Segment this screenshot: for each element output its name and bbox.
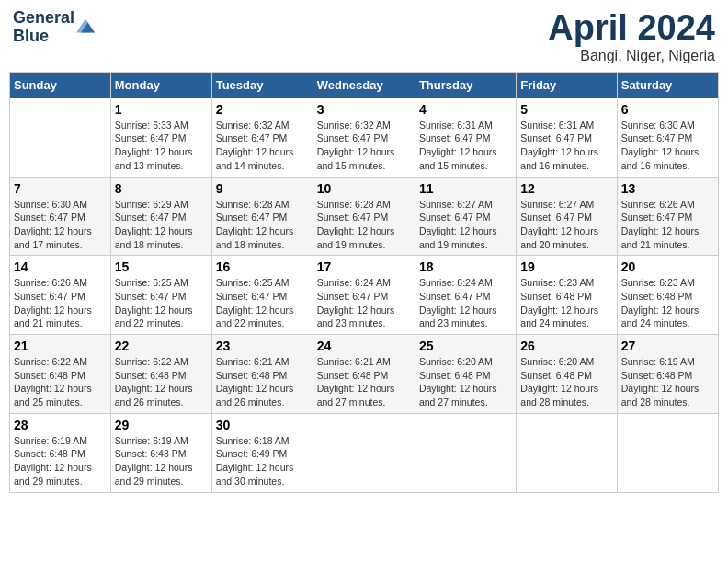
day-info: Sunrise: 6:24 AMSunset: 6:47 PMDaylight:… [419, 276, 512, 330]
col-header-sunday: Sunday [10, 72, 111, 98]
logo: General Blue [13, 9, 95, 46]
day-cell: 28Sunrise: 6:19 AMSunset: 6:48 PMDayligh… [10, 413, 111, 492]
col-header-thursday: Thursday [415, 72, 516, 98]
day-cell: 15Sunrise: 6:25 AMSunset: 6:47 PMDayligh… [110, 256, 211, 335]
day-cell: 14Sunrise: 6:26 AMSunset: 6:47 PMDayligh… [10, 256, 111, 335]
day-cell: 8Sunrise: 6:29 AMSunset: 6:47 PMDaylight… [110, 177, 211, 256]
day-cell: 27Sunrise: 6:19 AMSunset: 6:48 PMDayligh… [617, 335, 718, 414]
day-number: 4 [419, 102, 512, 117]
day-cell: 30Sunrise: 6:18 AMSunset: 6:49 PMDayligh… [211, 413, 313, 492]
day-cell: 6Sunrise: 6:30 AMSunset: 6:47 PMDaylight… [617, 98, 718, 177]
day-info: Sunrise: 6:26 AMSunset: 6:47 PMDaylight:… [621, 198, 714, 252]
day-info: Sunrise: 6:20 AMSunset: 6:48 PMDaylight:… [419, 355, 512, 409]
day-info: Sunrise: 6:20 AMSunset: 6:48 PMDaylight:… [520, 355, 612, 409]
day-number: 16 [216, 259, 309, 274]
day-info: Sunrise: 6:31 AMSunset: 6:47 PMDaylight:… [520, 119, 612, 173]
day-cell: 7Sunrise: 6:30 AMSunset: 6:47 PMDaylight… [10, 177, 111, 256]
day-info: Sunrise: 6:24 AMSunset: 6:47 PMDaylight:… [317, 276, 411, 330]
title-area: April 2024 Bangi, Niger, Nigeria [548, 9, 715, 64]
day-cell: 12Sunrise: 6:27 AMSunset: 6:47 PMDayligh… [517, 177, 617, 256]
day-cell: 29Sunrise: 6:19 AMSunset: 6:48 PMDayligh… [110, 413, 211, 492]
day-info: Sunrise: 6:23 AMSunset: 6:48 PMDaylight:… [621, 276, 714, 330]
day-info: Sunrise: 6:26 AMSunset: 6:47 PMDaylight:… [14, 276, 107, 330]
day-info: Sunrise: 6:29 AMSunset: 6:47 PMDaylight:… [115, 198, 208, 252]
day-number: 9 [216, 181, 309, 196]
day-cell: 5Sunrise: 6:31 AMSunset: 6:47 PMDaylight… [517, 98, 617, 177]
day-info: Sunrise: 6:22 AMSunset: 6:48 PMDaylight:… [115, 355, 208, 409]
day-cell: 1Sunrise: 6:33 AMSunset: 6:47 PMDaylight… [110, 98, 211, 177]
day-info: Sunrise: 6:22 AMSunset: 6:48 PMDaylight:… [14, 355, 107, 409]
week-row-4: 21Sunrise: 6:22 AMSunset: 6:48 PMDayligh… [10, 335, 719, 414]
day-number: 21 [14, 339, 107, 353]
day-number: 1 [115, 102, 208, 117]
day-number: 26 [520, 339, 612, 353]
day-info: Sunrise: 6:32 AMSunset: 6:47 PMDaylight:… [216, 119, 309, 173]
day-cell: 23Sunrise: 6:21 AMSunset: 6:48 PMDayligh… [211, 335, 313, 414]
day-info: Sunrise: 6:23 AMSunset: 6:48 PMDaylight:… [520, 276, 612, 330]
week-row-3: 14Sunrise: 6:26 AMSunset: 6:47 PMDayligh… [10, 256, 719, 335]
day-info: Sunrise: 6:18 AMSunset: 6:49 PMDaylight:… [216, 434, 309, 488]
day-number: 6 [621, 102, 714, 117]
day-number: 25 [419, 339, 512, 353]
day-cell: 18Sunrise: 6:24 AMSunset: 6:47 PMDayligh… [415, 256, 516, 335]
day-number: 12 [520, 181, 612, 196]
day-cell [617, 413, 718, 492]
col-header-tuesday: Tuesday [211, 72, 313, 98]
day-number: 11 [419, 181, 512, 196]
day-number: 5 [520, 102, 612, 117]
day-number: 18 [419, 259, 512, 274]
day-cell: 11Sunrise: 6:27 AMSunset: 6:47 PMDayligh… [415, 177, 516, 256]
day-number: 30 [216, 418, 309, 432]
day-info: Sunrise: 6:19 AMSunset: 6:48 PMDaylight:… [115, 434, 208, 488]
day-cell: 17Sunrise: 6:24 AMSunset: 6:47 PMDayligh… [313, 256, 415, 335]
day-info: Sunrise: 6:21 AMSunset: 6:48 PMDaylight:… [216, 355, 309, 409]
logo-line2: Blue [13, 28, 74, 46]
day-cell [517, 413, 617, 492]
day-cell [313, 413, 415, 492]
day-info: Sunrise: 6:28 AMSunset: 6:47 PMDaylight:… [317, 198, 411, 252]
day-number: 28 [14, 418, 107, 432]
subtitle: Bangi, Niger, Nigeria [548, 48, 715, 64]
day-number: 19 [520, 259, 612, 274]
day-number: 3 [317, 102, 411, 117]
day-cell: 25Sunrise: 6:20 AMSunset: 6:48 PMDayligh… [415, 335, 516, 414]
day-cell: 3Sunrise: 6:32 AMSunset: 6:47 PMDaylight… [313, 98, 415, 177]
day-cell: 26Sunrise: 6:20 AMSunset: 6:48 PMDayligh… [517, 335, 617, 414]
logo-icon [76, 17, 95, 35]
week-row-1: 1Sunrise: 6:33 AMSunset: 6:47 PMDaylight… [10, 98, 719, 177]
day-info: Sunrise: 6:30 AMSunset: 6:47 PMDaylight:… [621, 119, 714, 173]
day-number: 29 [115, 418, 208, 432]
day-number: 13 [621, 181, 714, 196]
day-number: 23 [216, 339, 309, 353]
col-header-friday: Friday [517, 72, 617, 98]
day-info: Sunrise: 6:25 AMSunset: 6:47 PMDaylight:… [216, 276, 309, 330]
day-number: 22 [115, 339, 208, 353]
day-info: Sunrise: 6:28 AMSunset: 6:47 PMDaylight:… [216, 198, 309, 252]
day-cell: 10Sunrise: 6:28 AMSunset: 6:47 PMDayligh… [313, 177, 415, 256]
col-header-wednesday: Wednesday [313, 72, 415, 98]
month-title: April 2024 [548, 9, 715, 48]
day-info: Sunrise: 6:27 AMSunset: 6:47 PMDaylight:… [520, 198, 612, 252]
day-number: 2 [216, 102, 309, 117]
day-cell: 20Sunrise: 6:23 AMSunset: 6:48 PMDayligh… [617, 256, 718, 335]
day-number: 8 [115, 181, 208, 196]
day-number: 14 [14, 259, 107, 274]
col-header-monday: Monday [110, 72, 211, 98]
day-info: Sunrise: 6:33 AMSunset: 6:47 PMDaylight:… [115, 119, 208, 173]
day-info: Sunrise: 6:31 AMSunset: 6:47 PMDaylight:… [419, 119, 512, 173]
logo-text: General Blue [13, 9, 74, 46]
day-info: Sunrise: 6:30 AMSunset: 6:47 PMDaylight:… [14, 198, 107, 252]
day-info: Sunrise: 6:25 AMSunset: 6:47 PMDaylight:… [115, 276, 208, 330]
day-number: 15 [115, 259, 208, 274]
day-cell: 4Sunrise: 6:31 AMSunset: 6:47 PMDaylight… [415, 98, 516, 177]
day-cell [415, 413, 516, 492]
day-info: Sunrise: 6:21 AMSunset: 6:48 PMDaylight:… [317, 355, 411, 409]
day-number: 10 [317, 181, 411, 196]
day-number: 24 [317, 339, 411, 353]
day-cell: 16Sunrise: 6:25 AMSunset: 6:47 PMDayligh… [211, 256, 313, 335]
day-info: Sunrise: 6:19 AMSunset: 6:48 PMDaylight:… [14, 434, 107, 488]
day-cell [10, 98, 111, 177]
week-row-2: 7Sunrise: 6:30 AMSunset: 6:47 PMDaylight… [10, 177, 719, 256]
day-cell: 21Sunrise: 6:22 AMSunset: 6:48 PMDayligh… [10, 335, 111, 414]
day-cell: 2Sunrise: 6:32 AMSunset: 6:47 PMDaylight… [211, 98, 313, 177]
